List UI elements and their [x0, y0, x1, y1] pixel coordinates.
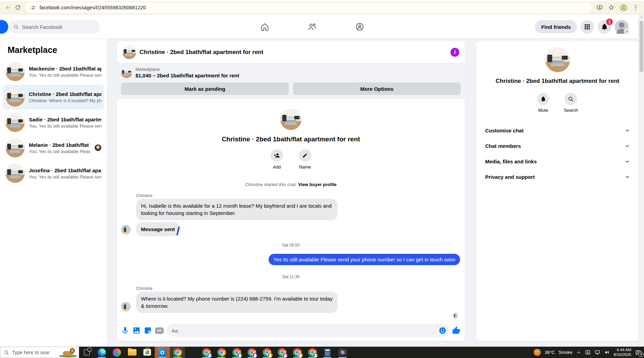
- copilot-button[interactable]: [109, 347, 124, 358]
- more-options-button[interactable]: More Options: [293, 83, 461, 95]
- conversation-christine[interactable]: Christine · 2bed 1bath/flat apartm... Ch…: [3, 85, 104, 109]
- section-privacy-support[interactable]: Privacy and support: [479, 170, 636, 184]
- install-icon[interactable]: [596, 4, 603, 11]
- chat-title[interactable]: Christine · 2bed 1bath/flat apartment fo…: [140, 49, 263, 56]
- section-chat-members[interactable]: Chat members: [479, 139, 636, 153]
- file-explorer-button[interactable]: [124, 347, 140, 358]
- chat-started-text: Christine started this chat.: [245, 182, 297, 187]
- conversation-info-icon[interactable]: i: [450, 48, 459, 57]
- weather-condition[interactable]: Smoke: [558, 350, 572, 355]
- conversation-title: Sadie · 2bed 1bath/flat apartment ...: [29, 117, 101, 122]
- search-label: Search: [564, 108, 578, 113]
- groups-icon[interactable]: [355, 22, 364, 32]
- message-sent-status: Message sent: [136, 222, 179, 236]
- chrome-window-2[interactable]: [214, 347, 229, 358]
- incoming-message: Where is it located? My phone number is …: [136, 292, 338, 313]
- calculator-button[interactable]: [320, 347, 335, 358]
- section-label: Chat members: [485, 143, 521, 149]
- details-title: Christine · 2bed 1bath/flat apartment fo…: [476, 78, 639, 85]
- edit-name-button[interactable]: Name: [299, 149, 311, 170]
- bookmark-star-icon[interactable]: [608, 4, 615, 11]
- weather-icon[interactable]: [534, 349, 541, 356]
- conversation-sadie[interactable]: Sadie · 2bed 1bath/flat apartment ... Yo…: [3, 110, 104, 135]
- site-info-icon[interactable]: [30, 5, 36, 11]
- chrome-window-1[interactable]: [199, 347, 214, 358]
- network-icon[interactable]: [594, 349, 600, 355]
- chrome-icon: [248, 348, 256, 357]
- address-bar[interactable]: facebook.com/messages/t/2455598326068122…: [25, 2, 592, 13]
- facebook-search[interactable]: [9, 20, 100, 34]
- taskbar-clock[interactable]: 6:44 AM 8/10/2025: [614, 348, 631, 357]
- attach-photo-icon[interactable]: [132, 326, 141, 335]
- taskbar-search[interactable]: [0, 347, 79, 358]
- find-friends-button[interactable]: Find friends: [535, 20, 577, 33]
- add-people-button[interactable]: Add: [271, 149, 283, 170]
- conversation-melanie[interactable]: Melanie · 2bed 1bath/flat apart... You: …: [3, 135, 104, 160]
- conversation-preview: Christine: Where is it located? My ph...: [29, 98, 101, 103]
- chrome-window-6[interactable]: [274, 347, 290, 358]
- outlook-icon: O: [158, 348, 166, 357]
- apps-menu-button[interactable]: [580, 20, 594, 34]
- message-input-wrap[interactable]: [167, 324, 449, 337]
- header-right: Find friends 1: [535, 20, 629, 34]
- chat-avatar[interactable]: [122, 45, 136, 59]
- browser-profile-icon[interactable]: [620, 4, 627, 12]
- avatar-silhouette: [619, 22, 624, 28]
- scrollbar-thumb[interactable]: [640, 21, 643, 72]
- window-top-strip: [0, 0, 644, 1]
- outlook-button[interactable]: O: [155, 347, 170, 358]
- view-buyer-profile-link[interactable]: View buyer profile: [298, 182, 337, 187]
- messages-area: Christine · 2bed 1bath/flat apartment fo…: [117, 98, 465, 320]
- notifications-button[interactable]: 1: [598, 20, 611, 34]
- taskbar-search-input[interactable]: [12, 350, 50, 355]
- tray-chevron-up-icon[interactable]: [576, 350, 581, 355]
- back-icon[interactable]: [3, 3, 13, 12]
- edge-icon: [98, 348, 106, 357]
- conversation-title: Mackenzie · 2bed 1bath/flat apart...: [29, 66, 101, 72]
- message-input[interactable]: [172, 328, 438, 334]
- gif-icon[interactable]: GIF: [155, 327, 164, 334]
- browser-menu-dots-icon[interactable]: [632, 4, 639, 11]
- notification-center-button[interactable]: 3: [635, 349, 641, 356]
- sender-name: Christine: [136, 193, 152, 198]
- chrome-button[interactable]: [170, 347, 185, 358]
- thumbs-up-icon[interactable]: [452, 326, 461, 335]
- sticker-icon[interactable]: [144, 326, 152, 335]
- reload-icon[interactable]: [13, 3, 23, 12]
- chrome-window-4[interactable]: [244, 347, 259, 358]
- friends-icon[interactable]: [307, 22, 317, 32]
- search-icon: [4, 350, 9, 355]
- chrome-window-8[interactable]: [305, 347, 320, 358]
- mute-button[interactable]: Mute: [537, 93, 549, 113]
- volume-icon[interactable]: [604, 349, 610, 355]
- scrollbar-up-icon[interactable]: [638, 14, 644, 20]
- chrome-icon: [202, 348, 211, 357]
- account-avatar[interactable]: [615, 20, 629, 34]
- conversation-details-panel: Christine · 2bed 1bath/flat apartment fo…: [476, 41, 639, 341]
- voice-clip-icon[interactable]: [121, 326, 129, 335]
- url-text[interactable]: facebook.com/messages/t/2455598326068122…: [40, 5, 146, 10]
- avatar: [6, 138, 25, 158]
- conversation-mackenzie[interactable]: Mackenzie · 2bed 1bath/flat apart... You…: [3, 59, 104, 84]
- profile-badge: [268, 353, 273, 358]
- section-customise-chat[interactable]: Customise chat: [479, 123, 636, 138]
- search-input[interactable]: [22, 24, 95, 30]
- section-media-files-links[interactable]: Media, files and links: [479, 154, 636, 169]
- task-view-button[interactable]: [79, 347, 94, 358]
- facebook-logo[interactable]: [0, 20, 8, 34]
- edge-button[interactable]: [94, 347, 109, 358]
- microsoft-store-button[interactable]: [140, 347, 155, 358]
- camera-button[interactable]: [335, 347, 350, 358]
- chrome-window-3[interactable]: [229, 347, 244, 358]
- chrome-window-5[interactable]: [259, 347, 274, 358]
- conversation-josefina[interactable]: Josefina · 2bed 1bath/flat apartme... Yo…: [3, 161, 104, 186]
- weather-temp[interactable]: 36°C: [545, 350, 555, 355]
- home-icon[interactable]: [260, 22, 270, 32]
- tray-person-icon[interactable]: [585, 349, 591, 355]
- page-scrollbar[interactable]: [638, 14, 644, 347]
- search-in-conversation-button[interactable]: Search: [564, 93, 578, 113]
- emoji-icon[interactable]: [438, 326, 447, 335]
- mark-as-pending-button[interactable]: Mark as pending: [121, 83, 289, 95]
- lion-highlight-image[interactable]: [58, 347, 78, 357]
- chrome-window-7[interactable]: [290, 347, 305, 358]
